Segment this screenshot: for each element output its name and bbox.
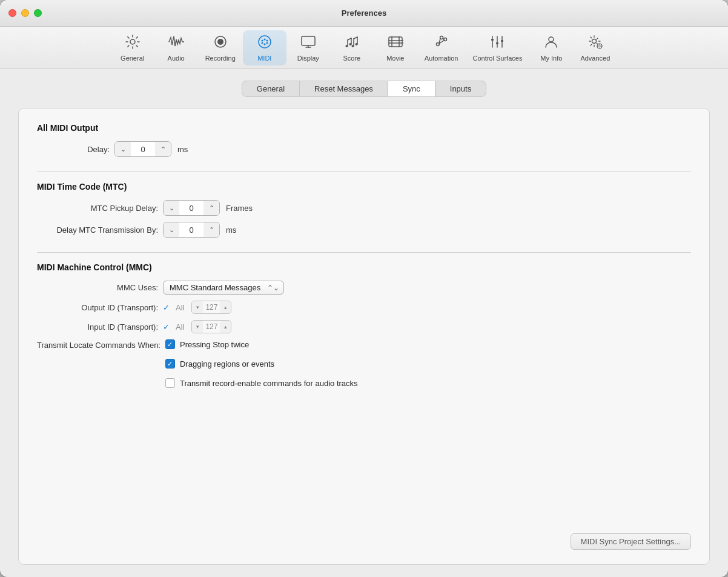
- output-id-label: Output ID (Transport):: [37, 303, 158, 312]
- toolbar-movie-label: Movie: [386, 55, 404, 62]
- delay-decrement[interactable]: ⌄: [115, 142, 131, 156]
- toolbar-score-label: Score: [343, 55, 360, 62]
- delay-control: ⌄ 0 ⌃ ms: [114, 141, 188, 157]
- minimize-button[interactable]: [21, 9, 29, 17]
- mmc-uses-label: MMC Uses:: [37, 283, 158, 292]
- window-title: Preferences: [342, 8, 386, 18]
- mmc-uses-control: MMC Standard Messages SysEx ⌃⌄: [163, 281, 284, 295]
- dragging-regions-checkbox[interactable]: ✓: [165, 359, 175, 369]
- divider-1: [37, 172, 691, 172]
- midi-machine-control-section: MIDI Machine Control (MMC) MMC Uses: MMC…: [37, 262, 691, 399]
- tab-reset-messages[interactable]: Reset Messages: [300, 81, 388, 96]
- svg-point-4: [261, 40, 263, 42]
- delay-row: Delay: ⌄ 0 ⌃ ms: [37, 141, 691, 157]
- toolbar-item-score[interactable]: Score: [330, 30, 374, 65]
- output-id-stepper[interactable]: ▾ 127 ▴: [191, 301, 231, 314]
- input-id-check-icon: ✓: [163, 322, 170, 332]
- toolbar-item-display[interactable]: Display: [286, 30, 330, 65]
- footer: MIDI Sync Project Settings...: [37, 524, 691, 550]
- delay-value: 0: [131, 145, 155, 154]
- toolbar-item-automation[interactable]: Automation: [417, 30, 466, 65]
- transmit-locate-control: ✓ Pressing Stop twice ✓ Dragging regions…: [165, 339, 358, 393]
- toolbar-item-audio[interactable]: Audio: [154, 30, 198, 65]
- tabs-container: General Reset Messages Sync Inputs: [242, 81, 486, 97]
- svg-point-21: [351, 45, 354, 47]
- tab-general[interactable]: General: [242, 81, 300, 96]
- pickup-delay-value: 0: [179, 204, 204, 213]
- input-id-label: Input ID (Transport):: [37, 322, 158, 332]
- input-id-increment[interactable]: ▴: [220, 321, 231, 333]
- delay-transmission-value: 0: [179, 225, 204, 235]
- transmit-record-row: Transmit record-enable commands for audi…: [165, 378, 358, 388]
- transmit-record-label: Transmit record-enable commands for audi…: [180, 379, 358, 388]
- output-id-all: All: [176, 303, 184, 312]
- all-midi-output-title: All MIDI Output: [37, 123, 691, 133]
- output-id-increment[interactable]: ▴: [220, 301, 231, 313]
- titlebar: Preferences: [0, 0, 728, 27]
- pickup-delay-label: MTC Pickup Delay:: [37, 204, 158, 213]
- delay-transmission-decrement[interactable]: ⌄: [164, 222, 179, 237]
- input-id-decrement[interactable]: ▾: [192, 321, 203, 333]
- maximize-button[interactable]: [34, 9, 42, 17]
- pressing-stop-row: ✓ Pressing Stop twice: [165, 339, 249, 349]
- svg-rect-37: [501, 40, 503, 42]
- tabs-bar: General Reset Messages Sync Inputs: [18, 81, 710, 97]
- delay-increment[interactable]: ⌃: [155, 142, 171, 156]
- svg-point-2: [217, 39, 223, 45]
- delay-stepper[interactable]: ⌄ 0 ⌃: [114, 141, 171, 157]
- pressing-stop-checkbox[interactable]: ✓: [165, 339, 175, 349]
- svg-point-8: [266, 42, 268, 44]
- toolbar-item-general[interactable]: General: [111, 30, 154, 65]
- svg-rect-35: [491, 39, 494, 41]
- movie-icon: [388, 34, 403, 52]
- toolbar-item-control-surfaces[interactable]: Control Surfaces: [465, 30, 529, 65]
- pickup-delay-stepper[interactable]: ⌄ 0 ⌃: [163, 200, 220, 216]
- midi-time-code-section: MIDI Time Code (MTC) MTC Pickup Delay: ⌄…: [37, 182, 691, 244]
- svg-point-39: [592, 39, 596, 44]
- svg-point-22: [355, 43, 357, 45]
- input-id-all: All: [176, 322, 184, 332]
- toolbar-advanced-label: Advanced: [580, 55, 610, 62]
- input-id-stepper[interactable]: ▾ 127 ▴: [191, 320, 231, 333]
- pressing-stop-label: Pressing Stop twice: [180, 340, 249, 349]
- all-midi-output-section: All MIDI Output Delay: ⌄ 0 ⌃ ms: [37, 123, 691, 163]
- transmit-locate-row: Transmit Locate Commands When: ✓ Pressin…: [37, 339, 691, 393]
- preferences-window: Preferences General Audio: [0, 0, 728, 577]
- person-icon: [543, 34, 559, 52]
- svg-point-0: [130, 39, 135, 44]
- mmc-uses-select[interactable]: MMC Standard Messages SysEx: [163, 281, 284, 295]
- tab-sync[interactable]: Sync: [388, 81, 435, 96]
- toolbar-item-recording[interactable]: Recording: [198, 30, 243, 65]
- output-id-decrement[interactable]: ▾: [192, 301, 203, 313]
- delay-transmission-stepper[interactable]: ⌄ 0 ⌃: [163, 222, 220, 238]
- toolbar-item-midi[interactable]: MIDI: [243, 30, 286, 65]
- input-id-row: Input ID (Transport): ✓ All ▾ 127 ▴: [37, 320, 691, 333]
- pickup-delay-row: MTC Pickup Delay: ⌄ 0 ⌃ Frames: [37, 200, 691, 216]
- toolbar-general-label: General: [121, 55, 144, 62]
- svg-point-5: [263, 39, 265, 41]
- midi-sync-project-settings-button[interactable]: MIDI Sync Project Settings...: [571, 533, 691, 550]
- toolbar-item-movie[interactable]: Movie: [374, 30, 417, 65]
- delay-unit: ms: [177, 145, 188, 154]
- transmit-record-checkbox[interactable]: [165, 378, 175, 388]
- input-id-control: ✓ All ▾ 127 ▴: [163, 320, 231, 333]
- toolbar-audio-label: Audio: [168, 55, 185, 62]
- record-icon: [213, 34, 228, 52]
- toolbar-display-label: Display: [297, 55, 319, 62]
- pickup-delay-increment[interactable]: ⌃: [204, 201, 219, 215]
- waveform-icon: [168, 34, 184, 52]
- svg-point-7: [261, 42, 263, 44]
- close-button[interactable]: [8, 9, 16, 17]
- toolbar-item-my-info[interactable]: My Info: [529, 30, 573, 65]
- toolbar-item-advanced[interactable]: Advanced: [573, 30, 617, 65]
- score-icon: [344, 34, 360, 52]
- delay-transmission-increment[interactable]: ⌃: [204, 222, 219, 237]
- midi-icon: [257, 34, 273, 52]
- delay-transmission-unit: ms: [226, 225, 236, 235]
- tab-inputs[interactable]: Inputs: [435, 81, 486, 96]
- svg-point-3: [259, 36, 271, 48]
- pickup-delay-decrement[interactable]: ⌄: [164, 201, 179, 215]
- svg-line-19: [354, 37, 357, 39]
- automation-icon: [434, 34, 449, 52]
- toolbar-recording-label: Recording: [205, 55, 236, 62]
